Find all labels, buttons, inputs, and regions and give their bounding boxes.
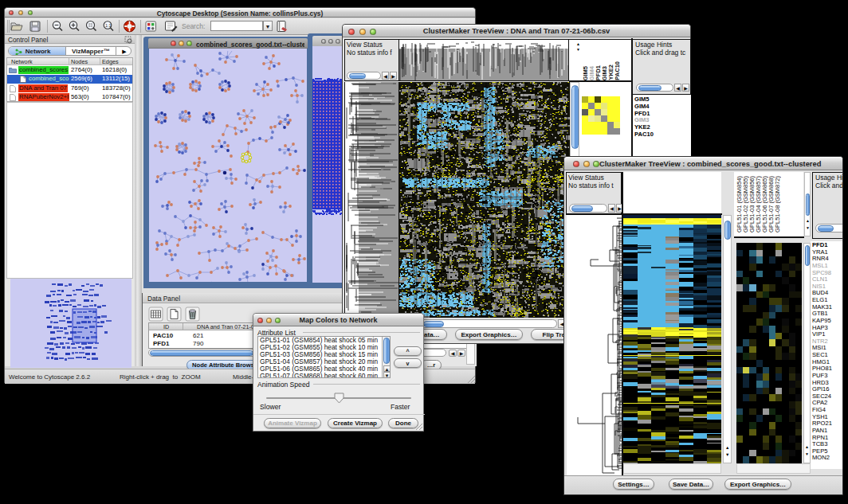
svg-text:1:1: 1:1 <box>105 23 112 28</box>
